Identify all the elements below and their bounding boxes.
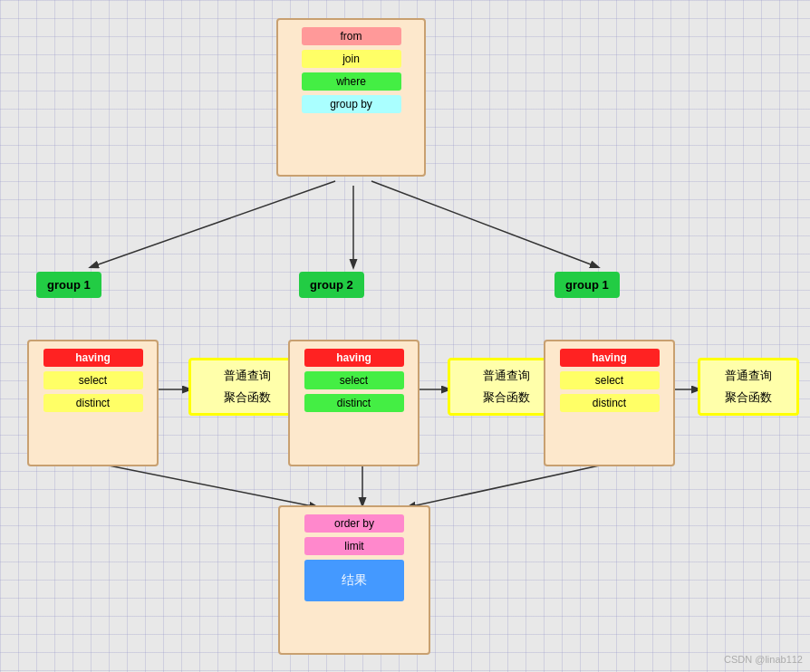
tag-groupby: group by <box>302 95 401 113</box>
svg-line-2 <box>371 181 598 267</box>
distinct-mid: distinct <box>304 394 404 412</box>
tag-result: 结果 <box>304 560 404 601</box>
普通查询-mid: 普通查询 <box>483 368 530 384</box>
tag-from: from <box>302 27 401 45</box>
group2-mid-box: having select distinct <box>288 340 419 466</box>
having-mid: having <box>304 349 404 367</box>
yellow-box-right: 普通查询 聚合函数 <box>698 358 799 416</box>
group1-right-box: having select distinct <box>544 340 675 466</box>
svg-line-6 <box>91 462 317 507</box>
group1-left-label: group 1 <box>36 272 101 298</box>
distinct-left: distinct <box>43 394 143 412</box>
bottom-box: order by limit 结果 <box>278 505 430 655</box>
聚合函数-mid: 聚合函数 <box>483 389 530 406</box>
聚合函数-right: 聚合函数 <box>725 389 772 406</box>
top-box: from join where group by <box>276 18 426 177</box>
having-right: having <box>560 349 660 367</box>
tag-orderby: order by <box>304 514 404 533</box>
普通查询-left: 普通查询 <box>224 368 271 384</box>
distinct-right: distinct <box>560 394 660 412</box>
tag-limit: limit <box>304 537 404 555</box>
group2-mid-label: group 2 <box>299 272 364 298</box>
select-right: select <box>560 371 660 389</box>
普通查询-right: 普通查询 <box>725 368 772 384</box>
tag-join: join <box>302 50 401 68</box>
select-left: select <box>43 371 143 389</box>
having-left: having <box>43 349 143 367</box>
svg-line-0 <box>91 181 335 267</box>
select-mid: select <box>304 371 404 389</box>
聚合函数-left: 聚合函数 <box>224 389 271 406</box>
group1-right-label: group 1 <box>554 272 620 298</box>
svg-line-8 <box>408 462 616 507</box>
tag-where: where <box>302 72 401 91</box>
group1-left-box: having select distinct <box>27 340 159 466</box>
watermark: CSDN @linab112 <box>724 654 803 665</box>
